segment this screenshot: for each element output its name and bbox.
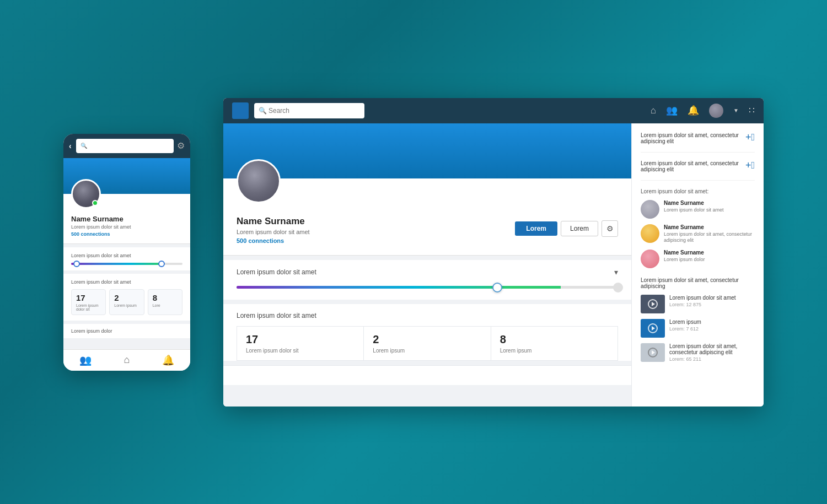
mobile-stat-2: 8 Lore [148,289,182,315]
video-item-1: Lorem ipsum Lorem: 7 612 [641,319,755,338]
profile-avatar-wrap [237,159,281,203]
slider-chevron-icon[interactable]: ▾ [614,268,618,277]
profile-subtitle: Lorem ipsum dolor sit amet [237,229,310,235]
slider-track [237,286,618,289]
desktop-search-icon: 🔍 [259,107,267,115]
play-button-1[interactable] [648,323,658,333]
slider-section-title: Lorem ipsum dolor sit amet [237,268,316,276]
play-button-0[interactable] [648,299,658,309]
mobile-slider-fill [71,263,160,265]
profile-connections[interactable]: 500 connections [237,237,310,244]
mobile-slider-track [71,263,182,265]
mobile-topbar: ‹ 🔍 ⚙ [63,134,190,158]
mobile-user-name: Name Surname [71,215,182,223]
slider-section-header: Lorem ipsum dolor sit amet ▾ [237,268,618,277]
mobile-stat-num-0: 17 [76,293,101,302]
mobile-nav-people-icon[interactable]: 👥 [79,354,92,366]
video-item-2: Lorem ipsum dolor sit amet, consectetur … [641,343,755,362]
profile-avatar [237,159,281,203]
video-thumb-0[interactable] [641,295,665,313]
play-button-2[interactable] [648,348,658,357]
desktop-bottom-bar [223,365,631,385]
contact-name-2: Name Surname [664,250,755,256]
stat-label-0: Lorem ipsum dolor sit [246,348,355,354]
mobile-connections[interactable]: 500 connections [71,231,182,237]
sidebar-plus-icon-1[interactable]: +⃝ [745,132,755,142]
desktop-logo [232,102,249,119]
desktop-top-icons: ⌂ 👥 🔔 ▼ ∷ [651,104,755,118]
contact-sub-2: Lorem ipsum dolor [664,257,755,263]
desktop-grid-icon[interactable]: ∷ [749,105,755,116]
desktop-slider-section: Lorem ipsum dolor sit amet ▾ [223,260,631,300]
slider-fill [237,286,561,289]
bell-icon[interactable]: 🔔 [688,105,699,116]
mobile-stat-label-1: Lorem ipsum [114,304,139,307]
desktop-body: Name Surname Lorem ipsum dolor sit amet … [223,123,764,407]
mobile-slider-title: Lorem ipsum dolor sit amet [71,253,182,258]
video-sub-0: Lorem: 12 875 [669,302,755,307]
video-item-0: Lorem ipsum dolor sit amet Lorem: 12 875 [641,295,755,313]
online-indicator [92,200,98,206]
profile-primary-button[interactable]: Lorem [515,221,557,236]
mobile-nav-home-icon[interactable]: ⌂ [124,354,130,366]
mobile-gear-icon[interactable]: ⚙ [177,140,185,151]
mobile-lorem-section: Lorem ipsum dolor [63,324,190,338]
desktop-window: 🔍 ⌂ 👥 🔔 ▼ ∷ [223,98,764,407]
sidebar-videos-title: Lorem ipsum dolor sit amet, consectetur … [641,277,755,289]
video-info-2: Lorem ipsum dolor sit amet, consectetur … [669,343,755,362]
stats-row: 17 Lorem ipsum dolor sit 2 Lorem ipsum 8… [237,326,618,361]
mobile-stat-0: 17 Lorem ipsum dolor sit [71,289,106,315]
sidebar-row-2: Lorem ipsum dolor sit amet, consectetur … [641,160,755,181]
mobile-slider-thumb-right[interactable] [158,261,165,267]
desktop-main-content: Name Surname Lorem ipsum dolor sit amet … [223,123,631,407]
sidebar-contacts-title: Lorem ipsum dolor sit amet: [641,188,755,194]
slider-thumb[interactable] [492,283,502,292]
sidebar-item-text-1: Lorem ipsum dolor sit amet, consectetur … [641,132,741,144]
mobile-user-subtitle: Lorem ipsum dolor sit amet [71,224,182,230]
video-sub-2: Lorem: 65 211 [669,356,755,362]
desktop-topbar: 🔍 ⌂ 👥 🔔 ▼ ∷ [223,98,764,123]
slider-container[interactable] [237,283,618,292]
mobile-slider-thumb-left[interactable] [73,261,80,267]
contact-sub-1: Lorem ipsum dolor sit amet, consectetur … [664,231,755,244]
profile-name: Name Surname [237,216,310,227]
mobile-stats-section: Lorem ipsum dolor sit amet 17 Lorem ipsu… [63,274,190,321]
profile-gear-button[interactable]: ⚙ [602,220,618,237]
sidebar-plus-icon-2[interactable]: +⃝ [745,160,755,170]
mobile-avatar [71,179,101,209]
mobile-stats-title: Lorem ipsum dolor sit amet [71,279,182,285]
stat-num-1: 2 [373,333,481,346]
desktop-sidebar: Lorem ipsum dolor sit amet, consectetur … [631,123,764,407]
mobile-stat-label-2: Lore [153,304,178,307]
video-list: Lorem ipsum dolor sit amet Lorem: 12 875… [641,295,755,362]
video-thumb-2[interactable] [641,343,665,362]
stat-label-1: Lorem ipsum [373,348,481,354]
stat-label-2: Lorem ipsum [500,348,609,354]
video-title-1: Lorem ipsum [669,319,755,325]
mobile-search-icon: 🔍 [80,143,87,149]
mobile-nav-bell-icon[interactable]: 🔔 [162,354,174,366]
mobile-search-bar[interactable]: 🔍 [76,139,174,153]
contact-name-1: Name Surname [664,224,755,230]
video-title-0: Lorem ipsum dolor sit amet [669,295,755,301]
video-sub-1: Lorem: 7 612 [669,326,755,332]
contact-item-0: Name Surname Lorem ipsum dolor sit amet [641,200,755,219]
mobile-device: ‹ 🔍 ⚙ Name Surname Lorem ipsum dolor sit… [63,134,190,371]
mobile-stat-label-0: Lorem ipsum dolor sit [76,304,101,311]
mobile-stats-row: 17 Lorem ipsum dolor sit 2 Lorem ipsum 8… [71,289,182,315]
video-info-1: Lorem ipsum Lorem: 7 612 [669,319,755,332]
profile-cover-photo [223,123,631,178]
profile-secondary-button[interactable]: Lorem [561,221,598,236]
desktop-user-avatar[interactable] [709,104,723,118]
desktop-search-input[interactable] [254,103,364,118]
mobile-back-button[interactable]: ‹ [69,142,72,150]
mobile-slider-section: Lorem ipsum dolor sit amet [63,247,190,270]
desktop-caret-icon[interactable]: ▼ [733,107,739,113]
home-icon[interactable]: ⌂ [651,105,656,116]
contact-avatar-2 [641,250,659,268]
slider-end-circle [613,283,623,292]
contact-item-2: Name Surname Lorem ipsum dolor [641,250,755,268]
video-thumb-1[interactable] [641,319,665,338]
people-icon[interactable]: 👥 [666,105,678,116]
contact-sub-0: Lorem ipsum dolor sit amet [664,207,755,214]
